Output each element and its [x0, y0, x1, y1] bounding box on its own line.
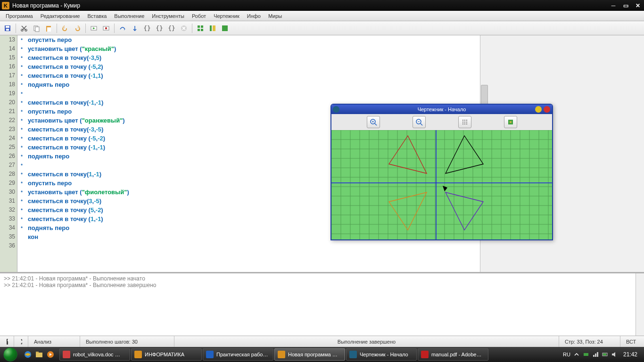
menu-инфо[interactable]: Инфо	[243, 12, 264, 20]
menu-чертежник[interactable]: Чертежник	[210, 12, 243, 20]
paste-icon[interactable]	[43, 23, 54, 34]
tray-battery-icon[interactable]	[602, 351, 608, 358]
cancel-icon[interactable]	[178, 23, 190, 34]
console-line: >> 21:42:01 - Новая программа* - Выполне…	[4, 282, 640, 288]
taskbar-window-button[interactable]: manual.pdf - Adobe…	[418, 348, 488, 361]
svg-rect-14	[201, 25, 203, 28]
taskbar-window-button[interactable]: Новая программа …	[274, 348, 345, 361]
svg-rect-11	[105, 27, 107, 29]
menu-bar: ПрограммаРедактированиеВставкаВыполнение…	[0, 11, 644, 21]
code-line[interactable]	[28, 89, 480, 98]
code-line[interactable]	[28, 241, 480, 250]
brace1-icon[interactable]: {}	[141, 23, 153, 34]
app-icon: K	[2, 2, 9, 9]
taskbar-window-icon	[349, 351, 357, 358]
svg-point-24	[466, 120, 467, 121]
grid-toggle-icon[interactable]	[458, 116, 471, 128]
tray-chevron-icon[interactable]	[573, 351, 580, 358]
svg-rect-86	[603, 354, 606, 355]
drafter-minimize-icon[interactable]	[535, 106, 542, 113]
drafter-canvas[interactable]	[331, 130, 552, 239]
code-line[interactable]: поднять перо	[28, 80, 480, 89]
toolbar: {} {} {}	[0, 21, 644, 35]
svg-rect-84	[597, 352, 598, 357]
undo-icon[interactable]	[59, 23, 71, 34]
menu-робот[interactable]: Робот	[188, 12, 210, 20]
start-button[interactable]	[0, 347, 21, 362]
quick-launch	[21, 349, 58, 360]
save-status-icon[interactable]	[0, 336, 14, 347]
zoom-out-icon[interactable]	[413, 116, 426, 128]
status-bar: Анализ Выполнено шагов: 30 Выполнение за…	[0, 336, 644, 347]
taskbar-window-icon	[278, 351, 285, 358]
menu-миры[interactable]: Миры	[264, 12, 286, 20]
save-icon[interactable]	[2, 23, 13, 34]
zoom-in-icon[interactable]	[367, 116, 380, 128]
code-line[interactable]: сместиться в точку (-1,1)	[28, 71, 480, 80]
grid3-icon[interactable]	[219, 23, 231, 34]
code-line[interactable]: сместиться в точку (-5,2)	[28, 62, 480, 71]
taskbar-window-button[interactable]: Чертежник - Начало	[346, 348, 417, 361]
maximize-button[interactable]: ▭	[621, 2, 630, 9]
main-area: 1314151617181920212223242526272829303132…	[0, 35, 644, 347]
svg-point-25	[462, 122, 463, 123]
ie-icon[interactable]	[23, 349, 33, 360]
window-titlebar: K Новая программа - Кумир ─ ▭ ✕	[0, 0, 644, 11]
taskbar-window-button[interactable]: robot_vilkova.doc …	[59, 348, 130, 361]
taskbar-clock[interactable]: 21:42	[620, 351, 640, 358]
step-over-icon[interactable]	[117, 23, 128, 34]
media-icon[interactable]	[45, 349, 56, 360]
grid1-icon[interactable]	[195, 23, 206, 34]
menu-инструменты[interactable]: Инструменты	[148, 12, 188, 20]
taskbar-window-label: Чертежник - Начало	[360, 352, 408, 357]
brace3-icon[interactable]: {}	[166, 23, 177, 34]
menu-выполнение[interactable]: Выполнение	[110, 12, 148, 20]
taskbar-window-label: Практическая рабо…	[216, 352, 268, 357]
code-line[interactable]: установить цвет ("красный")	[28, 44, 480, 53]
copy-icon[interactable]	[31, 23, 42, 34]
taskbar-window-label: Новая программа …	[288, 352, 338, 357]
drafter-toolbar	[331, 114, 552, 130]
fit-view-icon[interactable]	[504, 116, 517, 128]
language-indicator[interactable]: RU	[563, 352, 570, 357]
step-into-icon[interactable]	[129, 23, 140, 34]
taskbar-window-icon	[421, 351, 429, 358]
console-scrollbar[interactable]	[636, 273, 644, 336]
taskbar-window-icon	[134, 351, 142, 358]
taskbar-window-button[interactable]: ИНФОРМАТИКА	[131, 348, 202, 361]
close-button[interactable]: ✕	[634, 2, 642, 9]
svg-rect-13	[198, 25, 200, 28]
tray-network-icon[interactable]	[592, 351, 599, 358]
status-insert-mode: ВСТ	[620, 336, 644, 347]
svg-point-26	[464, 122, 465, 123]
line-number-gutter: 1314151617181920212223242526272829303132…	[0, 35, 17, 272]
drafter-window[interactable]: Чертежник - Начало	[330, 104, 553, 240]
taskbar-window-label: robot_vilkova.doc …	[73, 352, 120, 357]
code-line[interactable]: сместиться в точку(-3,5)	[28, 53, 480, 62]
drafter-close-icon[interactable]	[544, 106, 550, 113]
output-console[interactable]: >> 21:42:01 - Новая программа* - Выполне…	[0, 272, 644, 336]
menu-вставка[interactable]: Вставка	[83, 12, 110, 20]
taskbar-window-button[interactable]: Практическая рабо…	[203, 348, 273, 361]
brace2-icon[interactable]: {}	[154, 23, 165, 34]
grid2-icon[interactable]	[207, 23, 218, 34]
explorer-icon[interactable]	[34, 349, 44, 360]
redo-icon[interactable]	[72, 23, 83, 34]
svg-point-28	[462, 123, 463, 124]
menu-редактирование[interactable]: Редактирование	[37, 12, 84, 20]
svg-rect-16	[201, 29, 203, 31]
minimize-button[interactable]: ─	[609, 2, 618, 9]
error-status-icon[interactable]	[14, 336, 28, 347]
svg-rect-78	[36, 353, 42, 357]
cut-icon[interactable]	[18, 23, 30, 34]
stop-icon[interactable]	[100, 23, 112, 34]
code-line[interactable]: опустить перо	[28, 35, 480, 44]
tray-volume-icon[interactable]	[611, 351, 618, 358]
menu-программа[interactable]: Программа	[2, 12, 37, 20]
status-cursor-pos: Стр: 33, Поз: 24	[559, 336, 620, 347]
drafter-titlebar[interactable]: Чертежник - Начало	[331, 105, 552, 114]
tray-safely-remove-icon[interactable]	[583, 351, 589, 358]
taskbar-window-label: ИНФОРМАТИКА	[145, 352, 184, 357]
run-icon[interactable]	[88, 23, 99, 34]
editor-pane: 1314151617181920212223242526272829303132…	[0, 35, 644, 272]
